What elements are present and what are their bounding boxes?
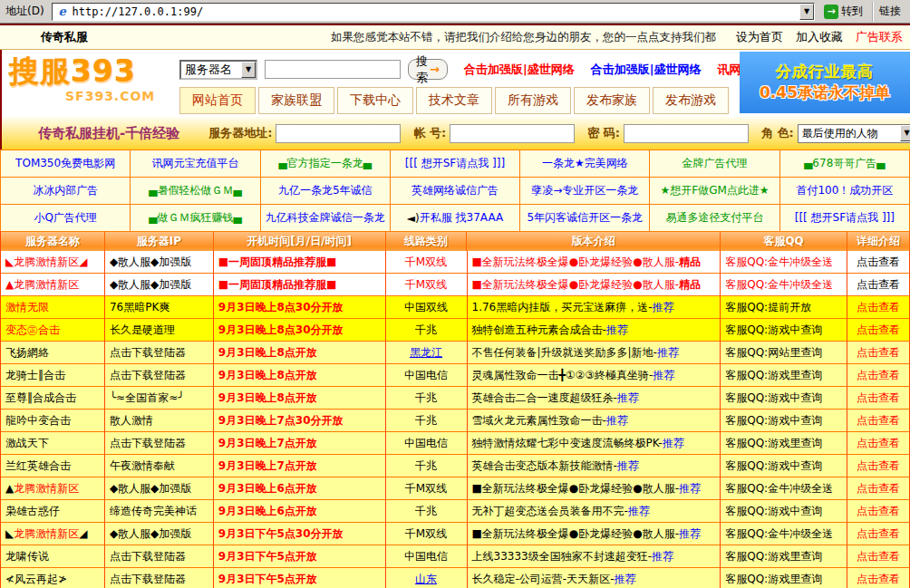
ad-link-cell[interactable]: 孽凌→专业开区一条龙 [520, 178, 650, 205]
address-dropdown-button[interactable]: ▼ [799, 4, 814, 20]
ad-link-cell[interactable]: 易通多途径支付平台 [650, 205, 779, 232]
detail-link[interactable]: 点击查看 [847, 545, 910, 568]
server-ip-cell[interactable]: 点击下载登陆器 [105, 568, 214, 588]
nav-tab[interactable]: 所有游戏 [495, 87, 571, 114]
add-favorite-link[interactable]: 加入收藏 [796, 29, 843, 45]
detail-link[interactable]: 点击查看 [847, 364, 910, 387]
server-name-link[interactable]: 龙骑士‖合击 [1, 364, 105, 387]
server-ip-cell[interactable]: 点击下载登陆器 [105, 545, 214, 568]
nav-tab[interactable]: 发布游戏 [653, 87, 729, 114]
nav-tab[interactable]: 下载中心 [337, 87, 413, 114]
address-input-box[interactable]: e ▼ [52, 3, 815, 21]
version-link[interactable]: ■全新玩法终极全爆●卧龙爆经验●散人服-推荐 [468, 477, 721, 500]
ad-link-cell[interactable]: 首付100！成功开区 [780, 178, 910, 205]
links-toolbar[interactable]: 链接 [872, 2, 908, 22]
nav-tab[interactable]: 网站首页 [179, 87, 256, 114]
ad-contact-link[interactable]: 广告联系 [856, 29, 903, 45]
server-address-field[interactable] [276, 124, 401, 143]
detail-link[interactable]: 点击查看 [847, 500, 910, 523]
version-link[interactable]: 独特创造五种元素合成合击-推荐 [468, 319, 721, 342]
ad-link-cell[interactable]: ▄678哥哥广告▄ [780, 150, 910, 178]
version-link[interactable]: 无补丁超变态送会员装备用不完-推荐 [468, 500, 721, 523]
ad-link-cell[interactable]: ★想开F做GM点此进★ [650, 178, 779, 205]
ad-link-cell[interactable]: ▄暑假轻松做ＧＭ▄ [131, 178, 260, 205]
server-name-link[interactable]: ≮风云再起≯ [1, 568, 105, 588]
ad-link-cell[interactable]: [[[ 想开SF请点我 ]]] [780, 205, 910, 232]
detail-link[interactable]: 点击查看 [847, 568, 910, 588]
server-name-link[interactable]: 枭雄古惑仔 [1, 500, 105, 523]
server-ip-cell[interactable]: 午夜激情奉献 [105, 455, 214, 477]
ad-link-cell[interactable]: 5年闪客诚信开区一条龙 [520, 205, 650, 232]
detail-link[interactable]: 点击查看 [847, 296, 910, 319]
version-link[interactable]: 独特激情炫耀七彩中变速度流畅终极PK-推荐 [468, 432, 721, 455]
account-field[interactable] [450, 124, 575, 143]
promo-link[interactable]: 合击加强版|盛世网络 [464, 62, 575, 78]
ad-link-cell[interactable]: 讯网元宝充值平台 [131, 150, 260, 178]
server-name-link[interactable]: ▲龙腾激情新区 [1, 274, 105, 296]
detail-link[interactable]: 点击查看 [847, 523, 910, 545]
search-input[interactable] [265, 60, 401, 79]
version-link[interactable]: 雪域火龙元素属性致命一击-推荐 [468, 410, 721, 432]
version-link[interactable]: 灵魂属性致命一击╋①②③終極真坐骑-推荐 [468, 364, 721, 387]
ad-link-cell[interactable]: 九亿科技金牌诚信一条龙 [261, 205, 391, 232]
password-field[interactable] [624, 124, 749, 143]
server-name-link[interactable]: 飞扬網絡 [1, 342, 105, 364]
server-name-link[interactable]: 龍吟中变合击 [1, 410, 105, 432]
server-name-link[interactable]: ◣龙腾激情新区◢ [1, 251, 105, 274]
server-ip-cell[interactable]: ◆散人服◆加强版 [105, 274, 214, 296]
server-ip-cell[interactable]: 点击下载登陆器 [105, 432, 214, 455]
ad-link-cell[interactable]: TOM350免费电影网 [1, 150, 131, 178]
ad-link-cell[interactable]: ◄) 开私服 找37AAA [391, 205, 520, 232]
detail-link[interactable]: 点击查看 [847, 387, 910, 410]
detail-link[interactable]: 点击查看 [847, 455, 910, 477]
server-name-link[interactable]: 兰红英雄合击 [1, 455, 105, 477]
version-link[interactable]: 不售任何装备|升级就送奖励多多|新地-推荐 [468, 342, 721, 364]
detail-link[interactable]: 点击查看 [847, 251, 910, 274]
version-link[interactable]: 英雄合击变态版本新技能激情-推荐 [468, 455, 721, 477]
server-name-link[interactable]: 变态㊣合击 [1, 319, 105, 342]
detail-link[interactable]: 点击查看 [847, 410, 910, 432]
version-link[interactable]: ■全新玩法终极全爆●卧龙爆经验●散人服-精品 [468, 274, 721, 296]
server-name-link[interactable]: ▲龙腾激情新区 [1, 477, 105, 500]
ad-link-cell[interactable]: 冰冰内部广告 [1, 178, 131, 205]
server-name-link[interactable]: 激情无限 [1, 296, 105, 319]
version-link[interactable]: ■全新玩法终极全爆●卧龙爆经验●散人服-精品 [468, 251, 721, 274]
server-ip-cell[interactable]: 长久是硬道理 [105, 319, 214, 342]
server-ip-cell[interactable]: ◆散人服◆加强版 [105, 251, 214, 274]
version-link[interactable]: ■全新玩法终极全爆●卧龙爆经验●散人服-推荐 [468, 523, 721, 545]
detail-link[interactable]: 点击查看 [847, 342, 910, 364]
ad-link-cell[interactable]: [[[ 想开SF请点我 ]]] [391, 150, 520, 178]
site-logo[interactable]: 搜服393 SF393.COM [9, 52, 178, 115]
server-ip-cell[interactable]: 缔造传奇完美神话 [105, 500, 214, 523]
server-ip-cell[interactable]: 点击下载登陆器 [105, 364, 214, 387]
server-ip-cell[interactable]: 76黑暗PK爽 [105, 296, 214, 319]
set-home-link[interactable]: 设为首页 [736, 29, 783, 45]
server-ip-cell[interactable]: 点击下载登陆器 [105, 342, 214, 364]
promo-banner[interactable]: 分成行业最高 0.45承诺永不掉单 [740, 52, 910, 113]
go-button[interactable]: → 转到 [818, 2, 868, 22]
detail-link[interactable]: 点击查看 [847, 274, 910, 296]
detail-link[interactable]: 点击查看 [847, 319, 910, 342]
promo-link[interactable]: 合击加强版|盛世网络 [591, 62, 702, 78]
version-link[interactable]: 上线33333级全国独家不封速超变狂-推荐 [468, 545, 721, 568]
ad-link-cell[interactable]: 一条龙★完美网络 [520, 150, 650, 178]
server-ip-cell[interactable]: ◆散人服◆加强版 [105, 523, 214, 545]
role-select[interactable]: 最后使用的人物 ▼ [798, 124, 910, 143]
server-name-link[interactable]: 龙啸传说 [1, 545, 105, 568]
ad-link-cell[interactable]: 英雄网络诚信广告 [391, 178, 520, 205]
nav-tab[interactable]: 发布家族 [574, 87, 650, 114]
server-ip-cell[interactable]: ╰≈全国首家≈╯ [105, 387, 214, 410]
search-button[interactable]: 搜索 → [408, 59, 448, 80]
ad-link-cell[interactable]: ▄官方指定一条龙▄ [261, 150, 391, 178]
detail-link[interactable]: 点击查看 [847, 432, 910, 455]
version-link[interactable]: 长久稳定-公司运营-天天新区-推荐 [468, 568, 721, 588]
ad-link-cell[interactable]: 金牌广告代理 [650, 150, 779, 178]
nav-tab[interactable]: 技术文章 [416, 87, 492, 114]
ad-link-cell[interactable]: ▄做ＧＭ疯狂赚钱▄ [131, 205, 260, 232]
version-link[interactable]: 1.76黑暗内挂版，买元宝送麻痹，送-推荐 [468, 296, 721, 319]
detail-link[interactable]: 点击查看 [847, 477, 910, 500]
server-name-link[interactable]: ◣龙腾激情新区◢ [1, 523, 105, 545]
server-ip-cell[interactable]: 散人激情 [105, 410, 214, 432]
address-input[interactable] [73, 5, 799, 18]
ad-link-cell[interactable]: 九亿一条龙5年诚信 [261, 178, 391, 205]
